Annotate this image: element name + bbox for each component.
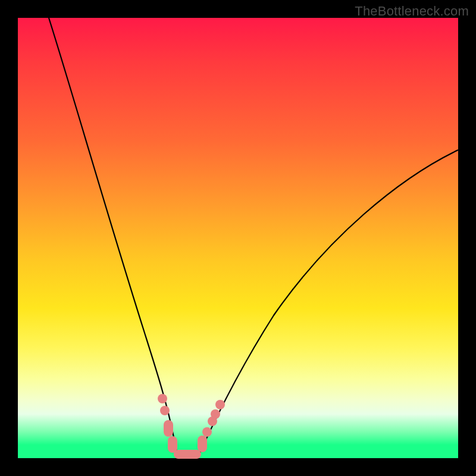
curve-left-branch	[49, 18, 177, 454]
bottleneck-curve	[18, 18, 458, 458]
plot-area	[18, 18, 458, 458]
svg-rect-4	[174, 450, 201, 459]
svg-rect-2	[164, 420, 173, 437]
svg-point-9	[215, 400, 225, 409]
svg-point-8	[211, 409, 220, 419]
chart-frame: TheBottleneck.com	[0, 0, 476, 476]
svg-point-1	[160, 406, 170, 415]
curve-right-branch	[199, 150, 458, 454]
curve-lines	[49, 18, 458, 456]
watermark-text: TheBottleneck.com	[355, 4, 469, 19]
svg-point-6	[202, 427, 212, 437]
highlighted-markers	[158, 394, 225, 459]
svg-point-0	[158, 394, 167, 403]
svg-rect-5	[198, 436, 207, 452]
svg-rect-3	[168, 436, 177, 453]
